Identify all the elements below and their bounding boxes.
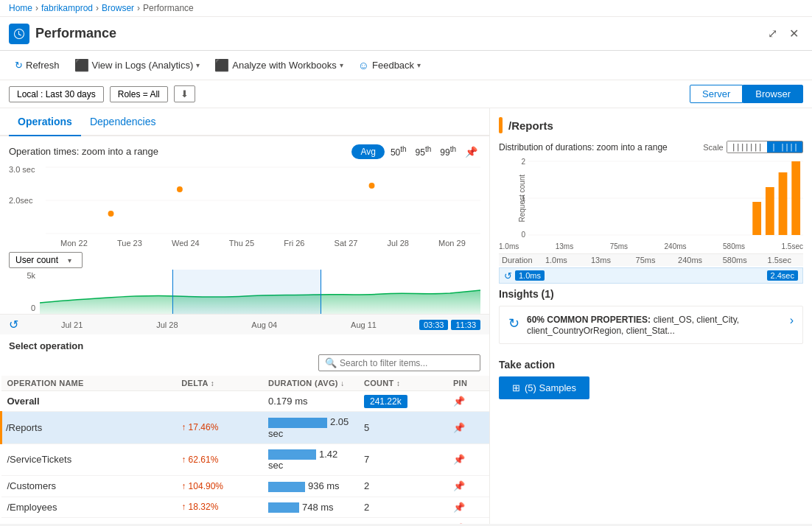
x-label-tue23: Tue 23 <box>117 239 142 248</box>
avg-button[interactable]: Avg <box>351 144 384 159</box>
search-input[interactable] <box>340 358 474 368</box>
feedback-button[interactable]: ☺ Feedback ▾ <box>352 56 427 74</box>
roles-filter-pill[interactable]: Roles = All <box>110 86 168 102</box>
insight-bold-text: 60% COMMON PROPERTIES: <box>527 315 651 325</box>
analyze-workbooks-button[interactable]: ⬛ Analyze with Workbooks ▾ <box>209 55 349 75</box>
dist-chart-svg <box>528 158 803 239</box>
op-name-overall: Overall <box>1 391 176 412</box>
op-duration-create: 710 ms <box>262 518 358 524</box>
op-pin-reports[interactable]: 📌 <box>447 412 489 444</box>
workbooks-icon: ⬛ <box>214 58 229 72</box>
samples-label: (5) Samples <box>525 382 576 393</box>
op-pin-employees[interactable]: 📌 <box>447 497 489 518</box>
col-header-name: OPERATION NAME <box>1 376 176 391</box>
chart-y-top: 3.0 sec <box>9 165 44 174</box>
op-count-reports: 5 <box>358 412 447 444</box>
x-label-mon22: Mon 22 <box>60 239 88 248</box>
op-delta-reports: ↑ 17.46% <box>175 412 262 444</box>
op-delta-employees: ↑ 18.32% <box>175 497 262 518</box>
dist-x-1.5sec: 1.5sec <box>782 242 803 250</box>
server-button[interactable]: Server <box>690 85 743 103</box>
take-action-title: Take action <box>499 359 803 371</box>
col-header-duration[interactable]: DURATION (AVG) ↓ <box>262 376 358 391</box>
p50-button[interactable]: 50th <box>388 144 410 159</box>
reports-color-bar <box>499 117 503 133</box>
refresh-icon: ↻ <box>15 60 23 71</box>
p99-button[interactable]: 99th <box>437 144 459 159</box>
dur-x-75ms: 75ms <box>625 256 667 264</box>
dist-chart-title: Distribution of durations: zoom into a r… <box>499 142 668 152</box>
chart-y-mid: 2.0sec <box>9 196 44 205</box>
window-close-button[interactable]: ✕ <box>785 24 803 43</box>
duration-label: Duration <box>502 256 533 264</box>
op-name-customers: /Customers <box>1 476 176 497</box>
x-label-thu25: Thu 25 <box>229 239 254 248</box>
breadcrumb-sep1: › <box>35 3 38 13</box>
x-label-jul28: Jul 28 <box>388 239 409 248</box>
op-count-overall: 241.22k <box>358 391 447 412</box>
mini-y-top: 5k <box>9 271 35 280</box>
op-pin-customers[interactable]: 📌 <box>447 476 489 497</box>
filter-funnel-button[interactable]: ⬇ <box>174 85 195 102</box>
op-duration-servicetickets: 1.42 sec <box>262 443 358 476</box>
dur-x-580ms: 580ms <box>714 256 756 264</box>
dist-x-1ms: 1.0ms <box>499 242 519 250</box>
samples-button[interactable]: ⊞ (5) Samples <box>499 376 589 399</box>
op-pin-servicetickets[interactable]: 📌 <box>447 443 489 476</box>
mini-y-bot: 0 <box>9 304 35 312</box>
op-name-employees: /Employees <box>1 497 176 518</box>
table-row[interactable]: Overall 0.179 ms 241.22k 📌 <box>1 391 490 412</box>
op-count-create: 1 <box>358 518 447 524</box>
op-duration-overall: 0.179 ms <box>262 391 358 412</box>
op-count-customers: 2 <box>358 476 447 497</box>
range-reset-button[interactable]: ↺ <box>504 270 512 281</box>
svg-point-5 <box>369 183 375 189</box>
feedback-chevron: ▾ <box>417 61 421 69</box>
timeline-reset-button[interactable]: ↺ <box>9 318 18 332</box>
scale-log-button[interactable]: | |||| <box>767 141 802 152</box>
tab-operations[interactable]: Operations <box>9 108 81 136</box>
time-filter-pill[interactable]: Local : Last 30 days <box>9 86 104 102</box>
tab-dependencies[interactable]: Dependencies <box>81 108 165 136</box>
col-header-pin: PIN <box>447 376 489 391</box>
range-start-marker: 1.0ms <box>515 270 545 281</box>
table-row[interactable]: /Reports ↑ 17.46% 2.05 sec 5 📌 <box>1 412 490 444</box>
op-count-servicetickets: 7 <box>358 443 447 476</box>
feedback-label: Feedback <box>372 60 414 71</box>
insight-chevron-icon: › <box>790 314 794 327</box>
refresh-button[interactable]: ↻ Refresh <box>9 57 66 74</box>
op-name-reports: /Reports <box>1 412 176 444</box>
insights-title: Insights (1) <box>499 288 803 300</box>
dur-x-1ms: 1.0ms <box>536 256 578 264</box>
insight-card[interactable]: ↻ 60% COMMON PROPERTIES: client_OS, clie… <box>499 306 803 344</box>
op-pin-create[interactable]: 📌 <box>447 518 489 524</box>
svg-rect-12 <box>752 202 761 235</box>
range-end-marker: 2.4sec <box>767 270 798 281</box>
breadcrumb-browser[interactable]: Browser <box>102 3 134 13</box>
browser-button[interactable]: Browser <box>743 85 803 103</box>
funnel-icon: ⬇ <box>181 88 189 99</box>
table-row[interactable]: /Employees ↑ 18.32% 748 ms 2 📌 <box>1 497 490 518</box>
scale-linear-button[interactable]: ||||||| <box>727 141 767 152</box>
op-pin-overall[interactable]: 📌 <box>447 391 489 412</box>
table-row[interactable]: /ServiceTickets/Create ↑ 43.60% 710 ms 1… <box>1 518 490 524</box>
table-row[interactable]: /ServiceTickets ↑ 62.61% 1.42 sec 7 📌 <box>1 443 490 476</box>
table-row[interactable]: /Customers ↑ 104.90% 936 ms 2 📌 <box>1 476 490 497</box>
view-logs-button[interactable]: ⬛ View in Logs (Analytics) ▾ <box>69 55 206 75</box>
chart-title: Operation times: zoom into a range <box>9 146 158 157</box>
scale-label: Scale <box>703 143 724 152</box>
dist-x-75ms: 75ms <box>610 242 628 250</box>
pin-button[interactable]: 📌 <box>462 144 480 159</box>
timeline-jul21: Jul 21 <box>61 320 83 329</box>
feedback-icon: ☺ <box>358 59 369 71</box>
breadcrumb-home[interactable]: Home <box>9 3 32 13</box>
col-header-count[interactable]: COUNT ↕ <box>358 376 447 391</box>
breadcrumb-fabrikamprod[interactable]: fabrikamprod <box>41 3 93 13</box>
window-maximize-button[interactable]: ⤢ <box>763 24 782 43</box>
svg-point-4 <box>177 186 183 192</box>
user-count-dropdown[interactable]: User count <box>9 252 83 268</box>
analyze-workbooks-label: Analyze with Workbooks <box>232 60 336 71</box>
p95-button[interactable]: 95th <box>413 144 435 159</box>
col-header-delta[interactable]: DELTA ↕ <box>175 376 262 391</box>
dist-x-580ms: 580ms <box>723 242 745 250</box>
